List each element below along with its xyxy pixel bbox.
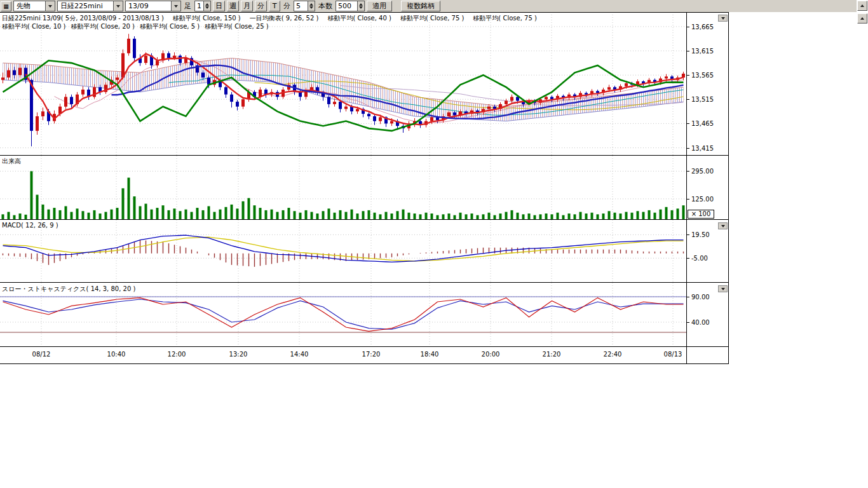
- macd-axis-label: 19.50: [687, 231, 710, 238]
- axis-divider: [686, 12, 687, 364]
- pane-border: [0, 219, 729, 220]
- macd-pane-label: MACD( 12, 26, 9 ): [2, 222, 58, 229]
- minute-label: 分: [282, 1, 292, 11]
- indicator-label: 移動平均( Close, 20 ): [71, 23, 134, 30]
- price-axis-label: 13,515: [687, 95, 714, 103]
- symbol-value: 日経225mini: [60, 1, 103, 11]
- time-axis-label: 08/13: [659, 351, 687, 358]
- price-axis-label: 13,615: [687, 47, 714, 55]
- macd-chart[interactable]: [0, 220, 686, 282]
- stoch-pane-label: スロー・ストキャスティクス( 14, 3, 80, 20 ): [2, 285, 135, 294]
- time-axis-label: 22:40: [599, 351, 627, 358]
- price-axis-label: 13,665: [687, 23, 714, 30]
- indicator-label: 日経225mini 13/09( 5分, 2013/08/09 - 2013/0…: [2, 15, 164, 22]
- indicator-label: 移動平均( Close, 75 ): [400, 15, 464, 22]
- period-week-button[interactable]: 週: [227, 1, 239, 11]
- spinner-arrows-icon[interactable]: [308, 1, 315, 11]
- period-tick-button[interactable]: T: [269, 1, 280, 11]
- price-axis-label: 13,415: [687, 144, 714, 152]
- volume-multiplier: × 100: [688, 210, 714, 219]
- spinner-arrows-icon[interactable]: [357, 1, 364, 11]
- indicator-label: 移動平均( Close, 40 ): [327, 15, 391, 22]
- chart-icon: ▦: [3, 3, 9, 10]
- instrument-type-value: 先物: [17, 1, 31, 11]
- instrument-type-select[interactable]: 先物: [13, 1, 55, 11]
- toolbar: ▦ 先物 日経225mini 13/09 足 1 日 週 月 分 T 分 5 本…: [0, 0, 857, 12]
- time-axis-label: 08/12: [27, 351, 55, 358]
- bar-type-label: 足: [183, 1, 193, 11]
- indicator-row: 移動平均( Close, 10 )移動平均( Close, 20 )移動平均( …: [2, 22, 274, 31]
- symbol-select[interactable]: 日経225mini: [57, 1, 123, 11]
- pane-border: [0, 12, 729, 13]
- chevron-down-icon: [45, 1, 55, 11]
- stoch-pane-menu-button[interactable]: [718, 285, 728, 292]
- chart-title-row: 日経225mini 13/09( 5分, 2013/08/09 - 2013/0…: [2, 14, 546, 23]
- chevron-down-icon: [171, 1, 180, 11]
- indicator-label: 移動平均( Close, 150 ): [173, 15, 241, 22]
- chevron-down-icon: [721, 225, 725, 227]
- macd-axis-label: -5.00: [687, 254, 708, 262]
- indicator-label: 移動平均( Close, 75 ): [473, 15, 536, 22]
- chart-right-border: [728, 12, 729, 364]
- time-axis-label: 18:40: [416, 351, 444, 358]
- spinner-arrows-icon[interactable]: [203, 1, 210, 11]
- indicator-label: 移動平均( Close, 10 ): [2, 23, 65, 30]
- minute-value: 5: [296, 2, 301, 10]
- pane-border: [0, 363, 729, 364]
- price-chart[interactable]: [0, 12, 686, 155]
- price-axis-label: 13,465: [687, 119, 714, 127]
- period-day-button[interactable]: 日: [213, 1, 225, 11]
- time-axis-label: 10:40: [102, 351, 130, 358]
- pane-border: [0, 155, 729, 156]
- period-month-button[interactable]: 月: [241, 1, 253, 11]
- stoch-axis-label: 90.00: [687, 293, 710, 301]
- period-minute-button[interactable]: 分: [255, 1, 267, 11]
- pane-border: [0, 282, 729, 283]
- price-axis-label: 13,565: [687, 71, 714, 79]
- time-axis-label: 12:00: [163, 351, 191, 358]
- contract-month-select[interactable]: 13/09: [125, 1, 181, 11]
- bar-count-label: 本数: [317, 1, 334, 11]
- contract-month-value: 13/09: [128, 2, 149, 10]
- chevron-down-icon: [721, 288, 725, 290]
- volume-pane-label: 出来高: [2, 157, 21, 166]
- volume-axis-label: 125.00: [687, 195, 714, 203]
- indicator-label: 移動平均( Close, 5 ): [140, 23, 200, 30]
- scroll-up-button[interactable]: [857, 1, 867, 11]
- minute-spinner[interactable]: 5: [294, 1, 315, 11]
- bars-value: 500: [338, 2, 351, 10]
- indicator-label: 一目均衡表( 9, 26, 52 ): [250, 15, 319, 22]
- bar-count-spinner[interactable]: 1: [194, 1, 211, 11]
- multi-symbol-button[interactable]: 複数銘柄: [401, 1, 440, 11]
- arrow-up-icon: [860, 17, 864, 20]
- volume-axis-label: 295.00: [687, 167, 714, 175]
- time-axis-label: 20:00: [477, 351, 505, 358]
- chevron-down-icon: [113, 1, 123, 11]
- stoch-axis-label: 40.00: [687, 318, 710, 326]
- bars-spinner[interactable]: 500: [336, 1, 365, 11]
- scroll-up-button-2[interactable]: [857, 13, 867, 24]
- pane-border: [0, 346, 729, 347]
- chart-panel: 日経225mini 13/09( 5分, 2013/08/09 - 2013/0…: [0, 12, 729, 364]
- price-pane-menu-button[interactable]: [718, 15, 728, 22]
- chevron-down-icon: [721, 17, 725, 20]
- bar-count-value: 1: [197, 2, 201, 10]
- apply-button[interactable]: 適用: [367, 1, 392, 11]
- arrow-up-icon: [860, 4, 864, 7]
- chart-settings-button[interactable]: ▦: [1, 1, 11, 11]
- time-axis-label: 13:20: [224, 351, 252, 358]
- time-axis-label: 17:20: [357, 351, 385, 358]
- indicator-label: 移動平均( Close, 25 ): [205, 23, 268, 30]
- time-axis-label: 14:40: [285, 351, 313, 358]
- macd-pane-menu-button[interactable]: [718, 222, 728, 229]
- volume-chart[interactable]: [0, 156, 686, 219]
- time-axis-label: 21:20: [538, 351, 566, 358]
